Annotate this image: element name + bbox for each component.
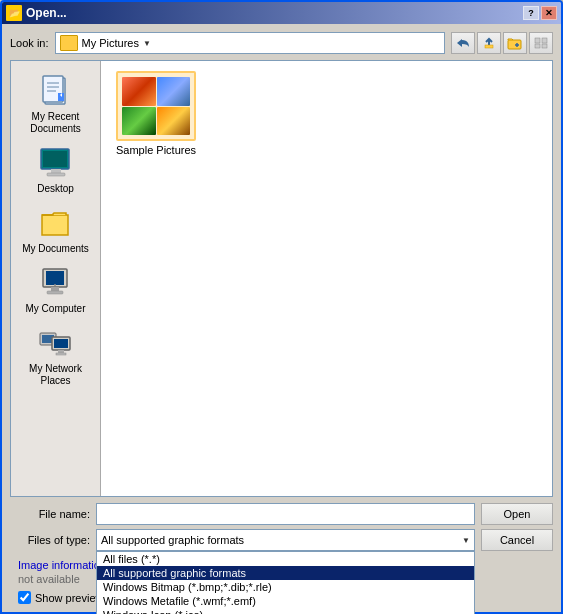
filetype-row: Files of type: All supported graphic for… <box>10 529 553 551</box>
sidebar-item-mydocs[interactable]: My Documents <box>16 201 96 259</box>
svg-rect-23 <box>54 339 68 348</box>
sidebar-mydocs-label: My Documents <box>22 243 89 255</box>
open-dialog: 📂 Open... ? ✕ Look in: My Pictures ▼ <box>0 0 563 614</box>
svg-rect-3 <box>542 38 547 43</box>
dialog-icon: 📂 <box>6 5 22 21</box>
filetype-option-all-graphics[interactable]: All supported graphic formats <box>97 566 474 580</box>
new-folder-icon <box>507 36 523 50</box>
up-button[interactable] <box>477 32 501 54</box>
view-icon <box>534 37 548 49</box>
sidebar-recent-label: My Recent Documents <box>30 111 81 135</box>
svg-rect-2 <box>535 38 540 43</box>
folder-tab <box>118 71 148 73</box>
svg-rect-0 <box>485 45 493 48</box>
nav-buttons <box>451 32 553 54</box>
sidebar-item-recent[interactable]: My Recent Documents <box>16 69 96 139</box>
sidebar-item-computer[interactable]: My Computer <box>16 261 96 319</box>
close-button[interactable]: ✕ <box>541 6 557 20</box>
network-icon <box>38 325 74 361</box>
bottom-form: File name: Open Files of type: All suppo… <box>10 503 553 604</box>
sidebar-computer-label: My Computer <box>25 303 85 315</box>
look-in-value: My Pictures <box>82 37 139 49</box>
up-icon <box>482 37 496 49</box>
folder-thumbnail <box>116 71 196 141</box>
help-button[interactable]: ? <box>523 6 539 20</box>
svg-rect-17 <box>51 287 59 291</box>
title-bar: 📂 Open... ? ✕ <box>2 2 561 24</box>
show-preview-checkbox[interactable] <box>18 591 31 604</box>
filetype-option-all-files[interactable]: All files (*.*) <box>97 552 474 566</box>
filetype-dropdown-list[interactable]: All files (*.*) All supported graphic fo… <box>96 551 475 614</box>
mydocs-icon <box>38 205 74 241</box>
filename-input[interactable] <box>96 503 475 525</box>
main-area: My Recent Documents Desktop <box>10 60 553 497</box>
folder-name: Sample Pictures <box>116 144 196 156</box>
sidebar-network-label: My Network Places <box>29 363 82 387</box>
filetype-option-ico[interactable]: Windows Icon (*.ico) <box>97 608 474 614</box>
sidebar: My Recent Documents Desktop <box>11 61 101 496</box>
thumbnail-1 <box>122 77 156 106</box>
image-info-title: Image information <box>18 559 106 571</box>
svg-rect-1 <box>508 40 521 49</box>
svg-rect-12 <box>51 169 61 173</box>
svg-rect-5 <box>542 44 547 48</box>
svg-rect-13 <box>47 173 65 176</box>
filetype-option-wmf[interactable]: Windows Metafile (*.wmf;*.emf) <box>97 594 474 608</box>
svg-rect-4 <box>535 44 540 48</box>
recent-icon <box>38 73 74 109</box>
back-button[interactable] <box>451 32 475 54</box>
view-button[interactable] <box>529 32 553 54</box>
svg-point-19 <box>54 284 56 286</box>
thumbnail-3 <box>122 107 156 136</box>
image-info-section: Image information not available <box>10 559 106 585</box>
computer-icon <box>38 265 74 301</box>
folder-images <box>118 73 194 139</box>
new-folder-button[interactable] <box>503 32 527 54</box>
svg-rect-14 <box>43 151 67 167</box>
list-item[interactable]: Sample Pictures <box>111 71 201 156</box>
title-bar-buttons: ? ✕ <box>523 6 557 20</box>
sidebar-item-desktop[interactable]: Desktop <box>16 141 96 199</box>
dialog-title: Open... <box>26 6 67 20</box>
thumbnail-2 <box>157 77 191 106</box>
filetype-arrow-icon: ▼ <box>462 536 470 545</box>
filetype-label: Files of type: <box>10 534 90 546</box>
back-icon <box>456 37 470 49</box>
look-in-dropdown[interactable]: My Pictures ▼ <box>55 32 445 54</box>
open-button[interactable]: Open <box>481 503 553 525</box>
sidebar-item-network[interactable]: My Network Places <box>16 321 96 391</box>
folder-icon <box>60 35 78 51</box>
filename-label: File name: <box>10 508 90 520</box>
svg-rect-24 <box>58 350 64 353</box>
cancel-button[interactable]: Cancel <box>481 529 553 551</box>
show-preview-label: Show preview <box>35 592 103 604</box>
svg-rect-18 <box>47 291 63 294</box>
look-in-label: Look in: <box>10 37 49 49</box>
sidebar-desktop-label: Desktop <box>37 183 74 195</box>
image-info-value: not available <box>18 573 106 585</box>
svg-rect-16 <box>46 271 64 285</box>
look-in-arrow-icon: ▼ <box>143 39 151 48</box>
filename-row: File name: Open <box>10 503 553 525</box>
dialog-content: Look in: My Pictures ▼ <box>2 24 561 612</box>
look-in-bar: Look in: My Pictures ▼ <box>10 32 553 54</box>
filetype-option-bmp[interactable]: Windows Bitmap (*.bmp;*.dib;*.rle) <box>97 580 474 594</box>
filetype-value: All supported graphic formats <box>101 534 244 546</box>
title-bar-left: 📂 Open... <box>6 5 67 21</box>
thumbnail-4 <box>157 107 191 136</box>
filetype-container: All supported graphic formats ▼ All file… <box>96 529 475 551</box>
desktop-icon <box>38 145 74 181</box>
filetype-dropdown[interactable]: All supported graphic formats ▼ <box>96 529 475 551</box>
file-browser: Sample Pictures <box>101 61 552 496</box>
svg-rect-25 <box>56 353 66 355</box>
